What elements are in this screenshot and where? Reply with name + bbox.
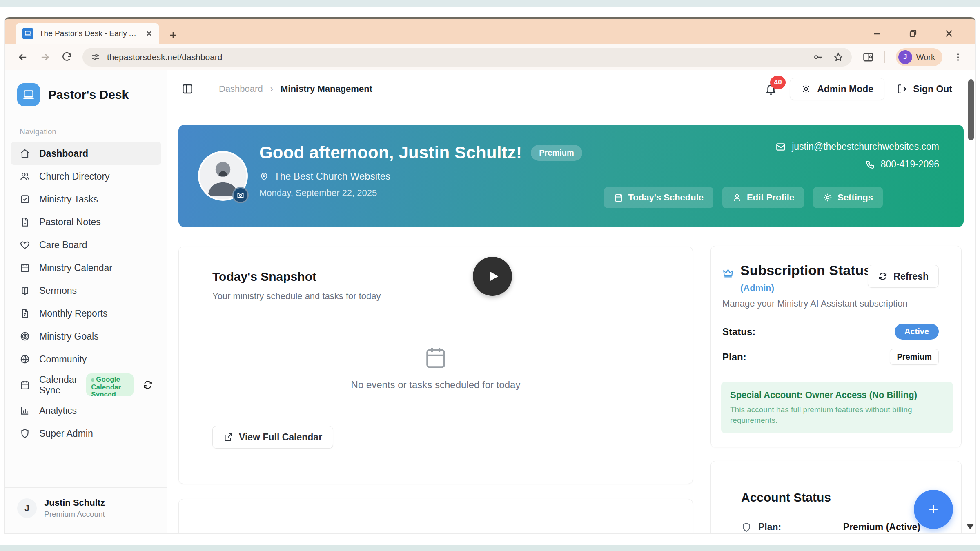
sidebar-nav: Dashboard Church Directory Ministry Task… [5, 142, 167, 445]
empty-state-message: No events or tasks scheduled for today [351, 379, 521, 391]
calendar-icon [614, 193, 624, 202]
settings-button[interactable]: Settings [813, 187, 883, 208]
page-header: Dashboard › Ministry Management 40 Admin… [167, 70, 975, 108]
notifications-button[interactable]: 40 [764, 82, 777, 96]
current-date: Monday, September 22, 2025 [259, 188, 582, 198]
browser-toolbar: thepastorsdesk.net/dashboard J Work [5, 44, 975, 70]
sidebar-item-sermons[interactable]: Sermons [11, 279, 161, 302]
sidebar-item-super-admin[interactable]: Super Admin [11, 422, 161, 445]
sidebar-item-ministry-goals[interactable]: Ministry Goals [11, 325, 161, 348]
sidebar-item-calendar-sync[interactable]: Calendar Sync Google Calendar Synced [11, 371, 161, 399]
sidebar-item-ministry-tasks[interactable]: Ministry Tasks [11, 188, 161, 211]
browser-profile-chip[interactable]: J Work [896, 48, 942, 66]
user-avatar: J [17, 498, 37, 518]
sidebar-item-label: Church Directory [39, 171, 110, 182]
tab-close-icon[interactable] [145, 30, 153, 37]
browser-tab[interactable]: The Pastor's Desk - Early Acces [16, 23, 159, 44]
sidebar-item-care-board[interactable]: Care Board [11, 233, 161, 256]
target-icon [20, 331, 30, 342]
breadcrumb-parent[interactable]: Dashboard [219, 84, 263, 94]
account-status-title: Account Status [741, 491, 831, 504]
view-full-calendar-button[interactable]: View Full Calendar [212, 426, 333, 449]
calendar-empty-icon [423, 345, 448, 370]
external-link-icon [223, 432, 233, 442]
status-dot [91, 378, 94, 382]
sidebar-item-ministry-calendar[interactable]: Ministry Calendar [11, 256, 161, 279]
sidebar-item-label: Ministry Calendar [39, 262, 112, 273]
nav-section-label: Navigation [20, 127, 167, 136]
crown-icon [722, 267, 734, 294]
bookmark-star-icon[interactable] [833, 52, 844, 62]
notification-count-badge: 40 [770, 76, 786, 89]
reload-button[interactable] [61, 52, 72, 62]
shield-outline-icon [741, 522, 752, 533]
report-document-icon [20, 308, 30, 319]
home-icon [20, 148, 30, 159]
plan-premium-badge: Premium [890, 349, 939, 365]
globe-icon [20, 354, 30, 364]
edit-profile-button[interactable]: Edit Profile [722, 187, 804, 208]
add-floating-action-button[interactable] [914, 490, 953, 529]
subscription-subtitle: Manage your Ministry AI Assistant subscr… [722, 298, 908, 309]
sign-out-button[interactable]: Sign Out [897, 84, 952, 95]
breadcrumb-current: Ministry Management [281, 84, 372, 94]
book-open-icon [20, 285, 30, 296]
sidebar-item-community[interactable]: Community [11, 348, 161, 371]
sidebar-toggle-icon[interactable] [181, 83, 194, 95]
video-play-button[interactable] [473, 257, 512, 296]
sidebar-item-pastoral-notes[interactable]: Pastoral Notes [11, 211, 161, 233]
user-email: justin@thebestchurchwebsites.com [792, 141, 939, 152]
sidebar-item-monthly-reports[interactable]: Monthly Reports [11, 302, 161, 325]
todays-schedule-button[interactable]: Today's Schedule [604, 187, 714, 208]
bar-chart-icon [20, 405, 30, 416]
person-icon [732, 193, 742, 202]
check-square-icon [20, 194, 30, 204]
sidebar-item-dashboard[interactable]: Dashboard [11, 142, 161, 165]
sidebar-item-church-directory[interactable]: Church Directory [11, 165, 161, 188]
sidebar-item-label: Super Admin [39, 428, 93, 439]
sidebar-item-label: Monthly Reports [39, 308, 107, 319]
account-plan-label: Plan: [758, 522, 781, 533]
site-controls-icon[interactable] [91, 52, 100, 62]
sidebar-user-card[interactable]: J Justin Schultz Premium Account [5, 487, 167, 533]
admin-mode-button[interactable]: Admin Mode [790, 78, 884, 100]
url-text[interactable]: thepastorsdesk.net/dashboard [107, 52, 806, 62]
scrollbar-down-arrow[interactable] [967, 524, 974, 529]
minimize-button[interactable] [872, 29, 882, 38]
sidebar-item-label: Ministry Tasks [39, 194, 98, 205]
sidebar-item-label: Sermons [39, 285, 77, 296]
people-icon [20, 171, 30, 182]
forward-button[interactable] [39, 51, 51, 63]
document-icon [20, 217, 30, 227]
user-phone: 800-419-2096 [881, 159, 939, 170]
close-window-button[interactable] [944, 29, 954, 38]
sidebar-item-label: Analytics [39, 405, 77, 416]
snapshot-subtitle: Your ministry schedule and tasks for tod… [212, 291, 381, 302]
address-bar[interactable]: thepastorsdesk.net/dashboard [82, 48, 852, 67]
password-key-icon[interactable] [813, 52, 823, 62]
status-label: Status: [722, 326, 755, 338]
shield-icon [20, 428, 30, 439]
restore-button[interactable] [908, 29, 918, 38]
sidebar-item-label: Dashboard [39, 148, 88, 159]
sidebar-item-label: Calendar Sync [39, 374, 77, 396]
browser-profile-avatar: J [898, 50, 912, 64]
subscription-title: Subscription Status (Admin) [740, 262, 875, 294]
location-pin-icon [259, 171, 269, 181]
back-button[interactable] [17, 51, 29, 63]
side-panel-search-icon[interactable] [862, 51, 874, 63]
tab-title: The Pastor's Desk - Early Acces [39, 29, 140, 38]
sync-refresh-icon[interactable] [143, 380, 153, 390]
sidebar-item-analytics[interactable]: Analytics [11, 399, 161, 422]
admin-tag: (Admin) [740, 283, 774, 293]
browser-menu-icon[interactable] [953, 52, 963, 62]
sidebar: Pastor's Desk Navigation Dashboard Churc… [5, 70, 167, 533]
app-logo-row: Pastor's Desk [5, 70, 167, 106]
mail-icon [775, 142, 786, 152]
app-name: Pastor's Desk [48, 88, 129, 102]
contact-info: justin@thebestchurchwebsites.com 800-419… [775, 141, 939, 170]
scrollbar-thumb[interactable] [968, 79, 974, 140]
new-tab-button[interactable] [168, 30, 178, 40]
refresh-button[interactable]: Refresh [868, 265, 939, 288]
change-photo-camera-icon[interactable] [232, 187, 249, 203]
